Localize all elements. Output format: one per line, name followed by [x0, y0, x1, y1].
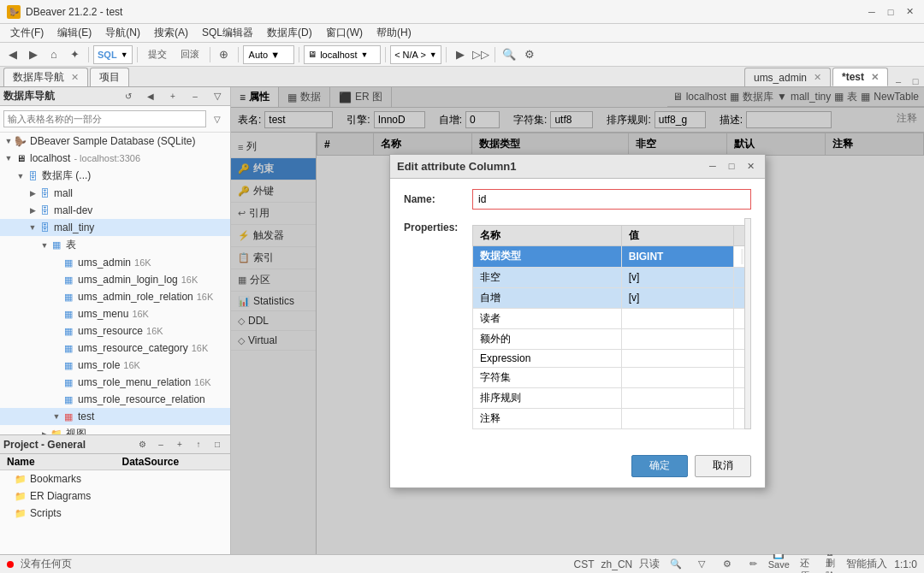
toolbar-run[interactable]: ▶	[451, 45, 470, 64]
status-filter[interactable]: ▽	[692, 555, 711, 574]
dialog-minimize[interactable]: ─	[705, 159, 720, 173]
restore-button[interactable]: □	[883, 5, 898, 19]
toolbar-back[interactable]: ◀	[3, 45, 22, 64]
props-row-8[interactable]: 注释	[473, 408, 751, 428]
props-row-6[interactable]: 字符集	[473, 367, 751, 387]
status-position: 1:1:0	[894, 558, 917, 570]
props-row-2[interactable]: 自增 [v]	[473, 287, 751, 308]
tree-item-tables[interactable]: ▼ ▦ 表	[0, 236, 230, 254]
tab-db-nav-close[interactable]: ✕	[71, 72, 79, 83]
menu-nav[interactable]: 导航(N)	[98, 24, 147, 42]
dialog-name-input[interactable]	[472, 189, 751, 210]
tree-item-ums-resource-cat[interactable]: ▦ ums_resource_category 16K	[0, 340, 230, 357]
props-row-4[interactable]: 额外的	[473, 328, 751, 349]
props-type-select[interactable]	[741, 249, 743, 264]
tree-item-views[interactable]: ▶ 📁 视图	[0, 425, 230, 434]
tab-maximize[interactable]: □	[907, 76, 924, 86]
status-save[interactable]: 💾 Save ...	[769, 555, 788, 574]
status-delete[interactable]: 🗑 删除	[820, 555, 839, 574]
sidebar-filter[interactable]: ▽	[208, 87, 227, 106]
toolbar-settings[interactable]: ⚙	[520, 45, 539, 64]
tree-item-ums-menu[interactable]: ▦ ums_menu 16K	[0, 305, 230, 322]
tab-ums-admin[interactable]: ums_admin ✕	[744, 68, 831, 86]
props-cell-value-7	[621, 387, 733, 408]
project-add[interactable]: –	[151, 435, 170, 454]
tree-label-ums-resource: ums_resource	[78, 325, 143, 337]
tree-label-ums-admin-login: ums_admin_login_log	[78, 274, 178, 286]
tree-item-ums-role-menu[interactable]: ▦ ums_role_menu_relation 16K	[0, 374, 230, 391]
tree-icon-ums-admin-login: ▦	[62, 273, 75, 286]
menu-window[interactable]: 窗口(W)	[319, 24, 370, 42]
sidebar-remove[interactable]: –	[186, 87, 204, 106]
db-combo[interactable]: < N/A > ▼	[390, 45, 441, 64]
status-restore[interactable]: ↺ 还原	[795, 555, 814, 574]
tree-item-ums-resource[interactable]: ▦ ums_resource 16K	[0, 322, 230, 340]
tab-minimize[interactable]: –	[890, 76, 907, 86]
close-button[interactable]: ✕	[902, 5, 917, 19]
sidebar-search-input[interactable]	[3, 110, 206, 127]
tree-item-mall[interactable]: ▶ 🗄 mall	[0, 185, 230, 202]
toolbar-submit[interactable]: 提交	[142, 45, 173, 64]
project-collapse[interactable]: □	[208, 435, 227, 454]
tab-test[interactable]: *test ✕	[832, 68, 888, 86]
project-add2[interactable]: +	[170, 435, 189, 454]
tree-item-dbeaver-sample[interactable]: ▼ 🦫 DBeaver Sample Database (SQLite)	[0, 133, 230, 150]
status-search[interactable]: 🔍	[666, 555, 685, 574]
toolbar-forward[interactable]: ▶	[24, 45, 43, 64]
tree-item-ums-admin[interactable]: ▦ ums_admin 16K	[0, 254, 230, 271]
toolbar-unknown1[interactable]: ✦	[65, 45, 84, 64]
tab-test-close[interactable]: ✕	[871, 72, 879, 83]
menu-db[interactable]: 数据库(D)	[260, 24, 319, 42]
toolbar-run2[interactable]: ▷▷	[471, 45, 490, 64]
menu-help[interactable]: 帮助(H)	[370, 24, 418, 42]
status-settings[interactable]: ⚙	[718, 555, 737, 574]
menu-file[interactable]: 文件(F)	[3, 24, 50, 42]
sidebar-refresh[interactable]: ↺	[119, 87, 138, 106]
sql-dropdown[interactable]: SQL ▼	[93, 45, 133, 64]
menu-search[interactable]: 搜索(A)	[147, 24, 195, 42]
dialog-close[interactable]: ✕	[743, 159, 758, 173]
auto-dropdown[interactable]: Auto ▼	[243, 45, 295, 64]
dialog-confirm-button[interactable]: 确定	[631, 455, 688, 477]
dialog-restore[interactable]: □	[724, 159, 739, 173]
toolbar-new[interactable]: ⊕	[215, 45, 234, 64]
toolbar-search-global[interactable]: 🔍	[500, 45, 518, 64]
props-row-3[interactable]: 读者	[473, 308, 751, 328]
tree-label-ums-menu: ums_menu	[78, 308, 128, 320]
tree-item-mall-tiny[interactable]: ▼ 🗄 mall_tiny	[0, 219, 230, 236]
tree-item-db-group[interactable]: ▼ 🗄 数据库 (...)	[0, 167, 230, 185]
sidebar-filter-btn[interactable]: ▽	[208, 109, 227, 128]
tree-item-ums-role[interactable]: ▦ ums_role 16K	[0, 357, 230, 374]
project-er-diagrams[interactable]: 📁 ER Diagrams	[0, 487, 230, 505]
project-bookmarks[interactable]: 📁 Bookmarks	[0, 470, 230, 487]
props-scrollbar[interactable]	[744, 218, 751, 429]
tab-project[interactable]: 项目	[90, 68, 129, 86]
toolbar-home[interactable]: ⌂	[44, 45, 63, 64]
tab-ums-admin-close[interactable]: ✕	[814, 72, 821, 83]
project-col-name: Name	[0, 454, 116, 470]
tree-item-ums-admin-login[interactable]: ▦ ums_admin_login_log 16K	[0, 271, 230, 288]
menu-edit[interactable]: 编辑(E)	[50, 24, 98, 42]
sidebar-collapse[interactable]: ◀	[141, 87, 160, 106]
sidebar-add[interactable]: +	[163, 87, 182, 106]
tree-item-test[interactable]: ▼ ▦ test	[0, 408, 230, 425]
tree-item-mall-dev[interactable]: ▶ 🗄 mall-dev	[0, 202, 230, 219]
dialog-cancel-button[interactable]: 取消	[695, 455, 751, 477]
minimize-button[interactable]: ─	[864, 5, 880, 19]
project-arrow-up[interactable]: ↑	[189, 435, 208, 454]
tree-icon-1: 🖥	[14, 151, 27, 165]
project-scripts[interactable]: 📁 Scripts	[0, 505, 230, 522]
connection-combo[interactable]: 🖥 localhost ▼	[304, 45, 381, 64]
project-settings[interactable]: ⚙	[133, 435, 151, 454]
tree-item-ums-role-resource[interactable]: ▦ ums_role_resource_relation	[0, 391, 230, 408]
props-row-1[interactable]: 非空 [v]	[473, 267, 751, 287]
toolbar-rollback[interactable]: 回滚	[175, 45, 205, 64]
menu-sql-editor[interactable]: SQL编辑器	[195, 24, 260, 42]
tree-item-ums-admin-role[interactable]: ▦ ums_admin_role_relation 16K	[0, 288, 230, 305]
status-edit[interactable]: ✏	[743, 555, 762, 574]
props-row-5[interactable]: Expression	[473, 349, 751, 367]
props-row-7[interactable]: 排序规则	[473, 387, 751, 408]
props-row-0[interactable]: 数据类型 BIGINT	[473, 245, 751, 267]
tree-item-localhost[interactable]: ▼ 🖥 localhost - localhost:3306	[0, 150, 230, 167]
tab-db-nav[interactable]: 数据库导航 ✕	[3, 68, 88, 86]
